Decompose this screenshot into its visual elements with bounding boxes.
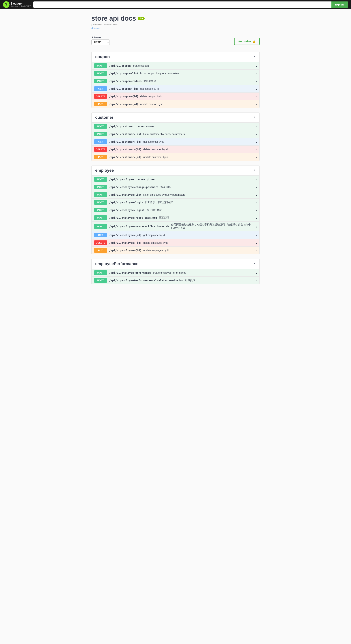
authorize-button[interactable]: Authorize 🔓 — [234, 38, 260, 45]
endpoint-row[interactable]: PUT /api/v1/customer/{id} update custome… — [92, 153, 259, 161]
endpoint-path: /api/v1/employee/{id} — [109, 249, 142, 252]
endpoint-desc: create coupon — [133, 64, 254, 67]
row-chevron: ∨ — [255, 140, 258, 144]
endpoint-row[interactable]: DELETE /api/v1/customer/{id} delete cust… — [92, 146, 259, 153]
row-chevron: ∨ — [255, 271, 258, 274]
endpoint-desc: delete employee by id — [143, 241, 254, 244]
endpoint-desc: 计算提成 — [185, 279, 254, 282]
row-chevron: ∨ — [255, 178, 258, 181]
endpoint-row[interactable]: POST /api/v1/employee/reset-password 重置密… — [92, 214, 259, 222]
method-badge-post: POST — [94, 71, 107, 76]
section-header-coupon[interactable]: coupon ∧ — [92, 52, 259, 62]
explore-button[interactable]: Explore — [331, 2, 348, 8]
section-title-customer: customer — [95, 115, 113, 120]
row-chevron: ∨ — [255, 193, 258, 196]
section-chevron-customer: ∧ — [253, 116, 256, 120]
section-title-employee: employee — [95, 168, 114, 173]
endpoint-path: /api/v1/employee — [109, 178, 134, 181]
endpoint-desc: update customer by id — [143, 156, 254, 158]
method-badge-get: GET — [94, 86, 107, 91]
row-chevron: ∨ — [255, 241, 258, 244]
endpoint-row[interactable]: POST /api/v1/employee create employee ∨ — [92, 176, 259, 183]
title-row: store api docs 2.0 — [91, 14, 260, 22]
endpoint-path: /api/v1/employee/reset-password — [109, 216, 157, 219]
endpoint-path: /api/v1/employee/{id} — [109, 234, 142, 236]
endpoint-row[interactable]: POST /api/v1/employeePerformance/calcula… — [92, 276, 259, 284]
method-badge-post: POST — [94, 64, 107, 68]
endpoint-desc: 重置密码 — [159, 216, 254, 220]
row-chevron: ∨ — [255, 233, 258, 237]
endpoint-row[interactable]: DELETE /api/v1/employee/{id} delete empl… — [92, 239, 259, 247]
row-chevron: ∨ — [255, 124, 258, 128]
endpoint-row[interactable]: POST /api/v1/employeePerformance create … — [92, 269, 259, 276]
section-customer: customer ∧ POST /api/v1/customer create … — [91, 112, 260, 161]
method-badge-post: POST — [94, 200, 107, 204]
endpoint-desc: update coupon by id — [140, 103, 254, 106]
endpoint-row[interactable]: POST /api/v1/employee/change-password 修改… — [92, 183, 259, 191]
endpoint-desc: delete customer by id — [143, 148, 254, 151]
method-badge-post: POST — [94, 124, 107, 128]
method-badge-get: GET — [94, 233, 107, 237]
endpoint-path: /api/v1/employee/list — [109, 193, 142, 196]
url-explore-group: doc.json Explore — [33, 2, 348, 8]
method-badge-delete: DELETE — [94, 147, 107, 152]
row-chevron: ∨ — [255, 87, 258, 90]
endpoint-row[interactable]: POST /api/v1/customer create customer ∨ — [92, 122, 259, 130]
endpoint-row[interactable]: GET /api/v1/coupon/{id} get coupon by id… — [92, 85, 259, 93]
method-badge-delete: DELETE — [94, 240, 107, 245]
doc-link[interactable]: doc.json — [91, 27, 260, 30]
method-badge-delete: DELETE — [94, 94, 107, 99]
method-badge-post: POST — [94, 270, 107, 275]
method-badge-post: POST — [94, 177, 107, 182]
endpoint-path: /api/v1/coupon/redeem — [109, 80, 142, 82]
section-employeePerformance: employeePerformance ∧ POST /api/v1/emplo… — [91, 259, 260, 284]
endpoint-row[interactable]: DELETE /api/v1/coupon/{id} delete coupon… — [92, 93, 259, 100]
endpoint-path: /api/v1/employeePerformance/calculate-co… — [109, 279, 183, 282]
endpoint-path: /api/v1/customer/{id} — [109, 140, 142, 143]
endpoint-path: /api/v1/coupon/{id} — [109, 87, 138, 90]
endpoint-row[interactable]: PUT /api/v1/employee/{id} update employe… — [92, 247, 259, 254]
section-coupon: coupon ∧ POST /api/v1/coupon create coup… — [91, 52, 260, 108]
endpoint-row[interactable]: POST /api/v1/coupon/redeem 优惠券核销 ∨ — [92, 77, 259, 85]
row-chevron: ∨ — [255, 102, 258, 106]
endpoint-desc: get coupon by id — [140, 87, 254, 90]
method-badge-put: PUT — [94, 248, 107, 253]
section-header-employeePerformance[interactable]: employeePerformance ∧ — [92, 259, 259, 269]
row-chevron: ∨ — [255, 79, 258, 83]
endpoint-path: /api/v1/employee/login — [109, 201, 143, 204]
lock-icon: 🔓 — [252, 40, 256, 43]
top-bar: S Swagger Supported by SMARTBEAR doc.jso… — [0, 0, 351, 9]
section-header-customer[interactable]: customer ∧ — [92, 112, 259, 122]
endpoint-desc: get customer by id — [143, 140, 254, 143]
endpoint-path: /api/v1/customer/list — [109, 133, 142, 136]
section-header-employee[interactable]: employee ∧ — [92, 166, 259, 176]
endpoint-row[interactable]: POST /api/v1/employee/login 员工登录，获取访问令牌 … — [92, 198, 259, 206]
endpoint-desc: get employee by id — [143, 234, 254, 236]
row-chevron: ∨ — [255, 225, 258, 228]
endpoint-row[interactable]: POST /api/v1/employee/list list of emplo… — [92, 191, 259, 198]
endpoint-row[interactable]: POST /api/v1/coupon/list list of coupon … — [92, 70, 259, 77]
endpoint-row[interactable]: GET /api/v1/employee/{id} get employee b… — [92, 231, 259, 239]
api-url-input[interactable]: doc.json — [33, 2, 331, 8]
endpoint-row[interactable]: POST /api/v1/customer/list list of custo… — [92, 130, 259, 138]
endpoint-row[interactable]: PUT /api/v1/coupon/{id} update coupon by… — [92, 100, 259, 108]
swagger-logo: S — [3, 1, 10, 8]
row-chevron: ∨ — [255, 148, 258, 151]
endpoint-path: /api/v1/coupon/{id} — [109, 103, 138, 106]
endpoint-row[interactable]: POST /api/v1/employee/logout 员工退出登录 ∨ — [92, 206, 259, 214]
endpoint-row[interactable]: POST /api/v1/coupon create coupon ∨ — [92, 62, 259, 70]
schemes-select[interactable]: HTTP HTTPS — [91, 40, 110, 45]
row-chevron: ∨ — [255, 185, 258, 189]
method-badge-post: POST — [94, 278, 107, 283]
method-badge-post: POST — [94, 208, 107, 212]
endpoint-path: /api/v1/coupon/list — [109, 72, 138, 75]
schemes-label: Schemes — [91, 36, 110, 39]
row-chevron: ∨ — [255, 278, 258, 282]
method-badge-post: POST — [94, 224, 107, 229]
endpoint-row[interactable]: GET /api/v1/customer/{id} get customer b… — [92, 138, 259, 146]
method-badge-post: POST — [94, 192, 107, 197]
endpoint-desc: list of employee by query parameters — [143, 193, 254, 196]
endpoint-row[interactable]: POST /api/v1/employee/send-verification-… — [92, 222, 259, 231]
section-title-coupon: coupon — [95, 54, 110, 59]
row-chevron: ∨ — [255, 132, 258, 136]
